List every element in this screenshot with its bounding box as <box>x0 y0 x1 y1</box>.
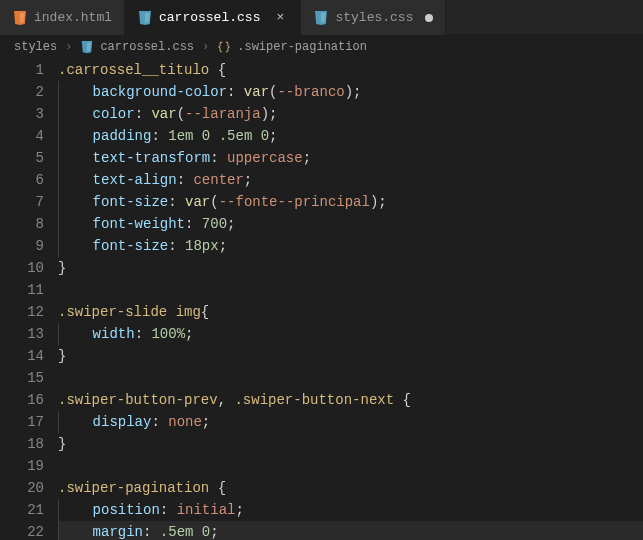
css-file-icon <box>137 10 153 26</box>
code-line[interactable] <box>58 279 643 301</box>
code-line[interactable]: font-size: 18px; <box>58 235 643 257</box>
line-number: 19 <box>0 455 44 477</box>
breadcrumb-label: styles <box>14 40 57 54</box>
close-icon[interactable]: × <box>272 10 288 25</box>
code-line[interactable]: } <box>58 433 643 455</box>
breadcrumb-label: carrossel.css <box>100 40 194 54</box>
code-line[interactable]: display: none; <box>58 411 643 433</box>
css-file-icon <box>80 40 94 54</box>
line-number: 16 <box>0 389 44 411</box>
line-number: 11 <box>0 279 44 301</box>
breadcrumb-label: .swiper-pagination <box>237 40 367 54</box>
line-number: 22 <box>0 521 44 540</box>
code-line[interactable]: width: 100%; <box>58 323 643 345</box>
code-line[interactable]: font-weight: 700; <box>58 213 643 235</box>
dirty-indicator-icon <box>425 14 433 22</box>
code-line[interactable]: text-transform: uppercase; <box>58 147 643 169</box>
code-line[interactable]: .swiper-button-prev, .swiper-button-next… <box>58 389 643 411</box>
html-file-icon <box>12 10 28 26</box>
line-number: 14 <box>0 345 44 367</box>
tab-label: styles.css <box>335 10 413 25</box>
tab-styles-css[interactable]: styles.css <box>301 0 446 35</box>
line-number: 9 <box>0 235 44 257</box>
line-number: 21 <box>0 499 44 521</box>
line-number: 8 <box>0 213 44 235</box>
code-line[interactable] <box>58 455 643 477</box>
chevron-right-icon: › <box>65 40 72 54</box>
tab-label: carrossel.css <box>159 10 260 25</box>
line-number: 2 <box>0 81 44 103</box>
line-number: 12 <box>0 301 44 323</box>
code-line[interactable]: padding: 1em 0 .5em 0; <box>58 125 643 147</box>
tab-carrossel-css[interactable]: carrossel.css× <box>125 0 301 35</box>
code-line[interactable]: .swiper-pagination { <box>58 477 643 499</box>
line-number: 4 <box>0 125 44 147</box>
code-line[interactable]: } <box>58 345 643 367</box>
code-line[interactable]: background-color: var(--branco); <box>58 81 643 103</box>
code-line[interactable]: } <box>58 257 643 279</box>
code-line[interactable]: .swiper-slide img{ <box>58 301 643 323</box>
line-number-gutter: 1234567891011121314151617181920212223 <box>0 59 58 540</box>
breadcrumb-item[interactable]: .swiper-pagination <box>217 40 367 54</box>
code-line[interactable]: margin: .5em 0; <box>58 521 643 540</box>
line-number: 15 <box>0 367 44 389</box>
line-number: 7 <box>0 191 44 213</box>
breadcrumb: styles›carrossel.css›.swiper-pagination <box>0 35 643 59</box>
code-line[interactable]: color: var(--laranja); <box>58 103 643 125</box>
code-line[interactable]: position: initial; <box>58 499 643 521</box>
code-line[interactable] <box>58 367 643 389</box>
code-line[interactable]: .carrossel__titulo { <box>58 59 643 81</box>
line-number: 17 <box>0 411 44 433</box>
code-editor[interactable]: 1234567891011121314151617181920212223 .c… <box>0 59 643 540</box>
line-number: 18 <box>0 433 44 455</box>
code-line[interactable]: text-align: center; <box>58 169 643 191</box>
line-number: 6 <box>0 169 44 191</box>
tab-index-html[interactable]: index.html <box>0 0 125 35</box>
chevron-right-icon: › <box>202 40 209 54</box>
code-area[interactable]: .carrossel__titulo { background-color: v… <box>58 59 643 540</box>
breadcrumb-item[interactable]: styles <box>14 40 57 54</box>
line-number: 10 <box>0 257 44 279</box>
symbol-class-icon <box>217 40 231 54</box>
line-number: 3 <box>0 103 44 125</box>
line-number: 13 <box>0 323 44 345</box>
line-number: 20 <box>0 477 44 499</box>
editor-tabs: index.htmlcarrossel.css×styles.css <box>0 0 643 35</box>
tab-label: index.html <box>34 10 112 25</box>
css-file-icon <box>313 10 329 26</box>
code-line[interactable]: font-size: var(--fonte--principal); <box>58 191 643 213</box>
line-number: 1 <box>0 59 44 81</box>
line-number: 5 <box>0 147 44 169</box>
breadcrumb-item[interactable]: carrossel.css <box>80 40 194 54</box>
